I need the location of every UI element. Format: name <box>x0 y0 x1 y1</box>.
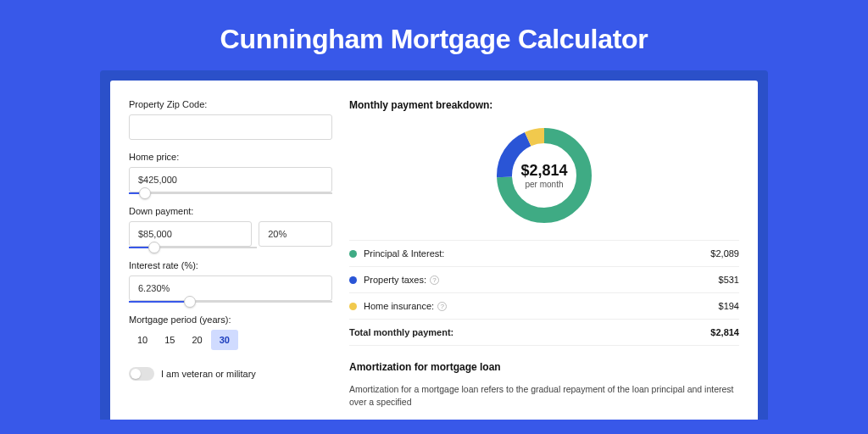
amortization-body: Amortization for a mortgage loan refers … <box>349 383 739 408</box>
down-payment-pct-input[interactable] <box>259 221 332 247</box>
legend-row: Principal & Interest:$2,089 <box>349 241 739 267</box>
zip-input[interactable] <box>129 114 332 140</box>
down-payment-label: Down payment: <box>129 206 332 216</box>
legend-dot-icon <box>349 250 357 258</box>
legend-dot-icon <box>349 303 357 310</box>
home-price-slider[interactable] <box>129 192 332 194</box>
period-button-10[interactable]: 10 <box>129 330 156 350</box>
legend-total-label: Total monthly payment: <box>349 327 710 337</box>
legend-label: Home insurance:? <box>364 301 719 311</box>
legend-dot-icon <box>349 276 357 284</box>
interest-label: Interest rate (%): <box>129 260 332 270</box>
veteran-label: I am veteran or military <box>161 369 256 379</box>
amortization-section: Amortization for mortgage loan Amortizat… <box>349 361 739 408</box>
veteran-row: I am veteran or military <box>129 367 332 381</box>
amortization-title: Amortization for mortgage loan <box>349 361 739 373</box>
zip-label: Property Zip Code: <box>129 99 332 109</box>
period-button-15[interactable]: 15 <box>156 330 183 350</box>
legend-value: $194 <box>719 301 739 311</box>
legend-row: Property taxes:?$531 <box>349 267 739 293</box>
legend-label: Property taxes:? <box>364 275 719 285</box>
page-title: Cunningham Mortgage Calculator <box>0 24 868 55</box>
breakdown-panel: Monthly payment breakdown: $2,814 per mo… <box>349 99 739 420</box>
period-group: Mortgage period (years): 10152030 <box>129 314 332 350</box>
period-label: Mortgage period (years): <box>129 314 332 325</box>
form-panel: Property Zip Code: Home price: Down paym… <box>129 99 332 420</box>
calculator-card: Property Zip Code: Home price: Down paym… <box>110 81 758 420</box>
legend: Principal & Interest:$2,089Property taxe… <box>349 240 739 346</box>
legend-row: Home insurance:?$194 <box>349 293 739 320</box>
legend-value: $2,089 <box>710 248 739 259</box>
info-icon[interactable]: ? <box>437 302 447 311</box>
interest-input[interactable] <box>129 275 332 301</box>
calculator-card-frame: Property Zip Code: Home price: Down paym… <box>100 70 768 420</box>
period-button-30[interactable]: 30 <box>211 330 238 350</box>
legend-value: $531 <box>719 275 739 285</box>
donut-amount: $2,814 <box>520 162 567 180</box>
info-icon[interactable]: ? <box>430 275 439 285</box>
legend-total-row: Total monthly payment:$2,814 <box>349 320 739 346</box>
interest-group: Interest rate (%): <box>129 260 332 303</box>
slider-thumb[interactable] <box>139 187 151 199</box>
donut-wrap: $2,814 per month <box>349 121 739 240</box>
donut-chart: $2,814 per month <box>493 125 595 226</box>
legend-total-value: $2,814 <box>710 327 739 337</box>
slider-thumb[interactable] <box>148 242 160 253</box>
home-price-group: Home price: <box>129 152 332 194</box>
legend-label: Principal & Interest: <box>364 248 710 259</box>
down-payment-amount-input[interactable] <box>129 221 252 247</box>
interest-slider[interactable] <box>129 301 332 303</box>
home-price-input[interactable] <box>129 167 332 192</box>
period-button-20[interactable]: 20 <box>184 330 211 350</box>
home-price-label: Home price: <box>129 152 332 162</box>
zip-group: Property Zip Code: <box>129 99 332 140</box>
veteran-toggle[interactable] <box>129 367 154 381</box>
breakdown-title: Monthly payment breakdown: <box>349 99 739 111</box>
down-payment-slider[interactable] <box>129 247 257 248</box>
slider-thumb[interactable] <box>184 296 196 308</box>
down-payment-group: Down payment: <box>129 206 332 248</box>
donut-sub: per month <box>525 180 563 189</box>
